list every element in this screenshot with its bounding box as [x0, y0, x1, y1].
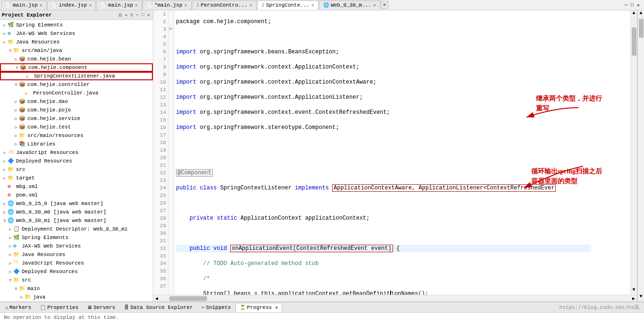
sidebar-item-src-main-java[interactable]: ▽ 📁 src/main/java	[0, 46, 153, 55]
tab-servers[interactable]: 🖥 Servers	[83, 303, 119, 312]
folder-icon8: 📁	[25, 294, 32, 300]
tab-icon-jsp3: 📄	[100, 2, 106, 8]
sidebar-item-jax-ws[interactable]: ▷ ⚙ JAX-WS Web Services	[0, 29, 153, 38]
expand-arrow: ▷	[13, 99, 19, 104]
sidebar-maximize-btn[interactable]: □	[141, 12, 145, 18]
sidebar-item-main[interactable]: ▽ 📁 main	[0, 284, 153, 293]
tab-main-jsp-2[interactable]: 📄 main.jsp ✕	[96, 0, 142, 10]
sidebar-minimize-btn[interactable]: —	[135, 12, 140, 18]
web-services-icon2: ⚙	[13, 243, 21, 249]
tab-label: index.jsp	[59, 2, 87, 8]
main-area: Project Explorer ⊟ ⇔ ▽ — □ ✕ ▷ 🌿 Spring …	[0, 10, 644, 301]
tab-overflow-btn[interactable]: »	[381, 1, 388, 9]
sidebar-item-spring-elements-2[interactable]: ▷ 🌿 Spring Elements	[0, 233, 153, 242]
editor-maximize-btn[interactable]: □	[629, 2, 635, 8]
sidebar-menu-btn[interactable]: ▽	[129, 12, 134, 18]
sidebar-item-mbg-xml[interactable]: ⚙ mbg.xml	[0, 182, 153, 191]
expand-arrow: ▷	[8, 261, 13, 266]
sidebar-item-src[interactable]: ▷ 📁 src	[0, 165, 153, 174]
scroll-right-btn[interactable]: ▶	[630, 296, 637, 301]
tab-close-btn3[interactable]: ✕	[135, 2, 138, 8]
servers-icon: 🖥	[87, 305, 92, 310]
tab-close-btn5[interactable]: ✕	[250, 2, 252, 8]
right-overview-panel: ▲ ▼	[637, 10, 644, 301]
tab-label: SpringConte...	[266, 2, 309, 8]
sidebar-item-com-hejie-bean[interactable]: ▷ 📦 com.hejie.bean	[0, 55, 153, 63]
collapse-all-btn[interactable]: ⊟	[118, 12, 123, 18]
sidebar-item-com-hejie-dao[interactable]: ▷ 📦 com.hejie.dao	[0, 97, 153, 106]
sidebar-item-deployed-resources-2[interactable]: ▷ 🔷 Deployed Resources	[0, 267, 153, 276]
scroll-up-btn[interactable]: ▲	[632, 10, 635, 18]
sidebar-item-web-9-30-m0[interactable]: ▷ 🌐 Web_9_30_m0 [java web master]	[0, 208, 153, 216]
sidebar-item-spring-elements[interactable]: ▷ 🌿 Spring Elements	[0, 21, 153, 29]
sidebar-item-java[interactable]: ▷ 📁 java	[0, 293, 153, 301]
editor-close-btn[interactable]: ✕	[636, 2, 641, 8]
sidebar-item-deployed-resources[interactable]: ▷ 🔷 Deployed Resources	[0, 157, 153, 165]
sidebar-item-person-controller[interactable]: ☕ PersonController.java	[0, 89, 153, 97]
bottom-tab-label: Properties	[47, 305, 78, 310]
code-content-area[interactable]: 1 2 3 4 5 6 7 8 9 10 11 12 13 14 15 16 1	[153, 10, 637, 295]
properties-icon: 📋	[40, 305, 46, 310]
tab-main-jsp-modified[interactable]: 📄 *main.jsp ✕	[142, 0, 191, 10]
tab-web-9-30[interactable]: 🌐 Web_9_30_m... ✕	[319, 0, 380, 10]
sidebar-item-jax-ws-2[interactable]: ▷ ⚙ JAX-WS Web Services	[0, 242, 153, 250]
tab-main-jsp-1[interactable]: 📄 main.jsp ✕	[1, 0, 47, 10]
vertical-scrollbar[interactable]: ▲ ▼	[630, 10, 637, 295]
sidebar-item-com-hejie-service[interactable]: ▷ 📦 com.hejie.service	[0, 114, 153, 123]
link-with-editor-btn[interactable]: ⇔	[124, 12, 128, 18]
tab-spring-context-listener[interactable]: J SpringConte... ✕	[257, 0, 318, 10]
tab-icon-jsp: 📄	[5, 2, 11, 8]
sidebar-item-web-9-25-0[interactable]: ▷ 🌐 Web_9_25_0 [java web master]	[0, 199, 153, 208]
tab-data-source-explorer[interactable]: 🗄 Data Source Explorer	[120, 303, 197, 312]
sidebar-item-js-resources[interactable]: ▷ JS JavaScript Resources	[0, 148, 153, 157]
tab-label: Web_9_30_m...	[331, 2, 371, 8]
tab-close-btn7[interactable]: ✕	[373, 2, 376, 8]
right-scroll-down[interactable]: ▼	[638, 294, 644, 301]
folder-icon4: 📁	[8, 175, 15, 181]
bottom-tab-label: Servers	[93, 305, 115, 310]
sidebar-item-com-hejie-test[interactable]: ▷ 📦 com.hejie.test	[0, 123, 153, 131]
right-scroll-up[interactable]: ▲	[638, 10, 644, 18]
sidebar-item-src-2[interactable]: ▽ 📁 src	[0, 276, 153, 284]
xml-icon: ⚙	[8, 183, 15, 190]
package-icon: 📦	[19, 98, 26, 105]
scroll-thumb[interactable]	[632, 27, 636, 56]
sidebar-item-target[interactable]: ▷ 📁 target	[0, 174, 153, 182]
tab-snippets[interactable]: ✂ Snippets	[198, 303, 235, 312]
scroll-down-btn[interactable]: ▼	[632, 287, 635, 295]
tab-progress[interactable]: ⏳ Progress ✕	[235, 303, 282, 312]
app-container: 📄 main.jsp ✕ 📄 index.jsp ✕ 📄 main.jsp ✕ …	[0, 0, 644, 325]
deploy-icon: 🔷	[8, 158, 15, 164]
tab-properties[interactable]: 📋 Properties	[36, 303, 83, 312]
bottom-tab-label: Progress	[247, 305, 272, 310]
sidebar-item-com-hejie-component[interactable]: ▽ 📦 com.hejie.component	[0, 63, 153, 72]
sidebar-item-pom-xml[interactable]: ⚙ pom.xml	[0, 191, 153, 199]
sidebar-item-libraries[interactable]: ▷ 📚 Libraries	[0, 140, 153, 148]
tab-close-btn4[interactable]: ✕	[184, 2, 187, 8]
sidebar-item-deployment-descriptor[interactable]: ▷ 📋 Deployment Descriptor: Web_9_30_m1	[0, 225, 153, 233]
tab-close-btn[interactable]: ✕	[40, 2, 42, 8]
tab-close-btn6[interactable]: ✕	[311, 2, 314, 8]
scroll-left-btn[interactable]: ◀	[153, 296, 160, 301]
tab-close-progress[interactable]: ✕	[275, 305, 278, 310]
sidebar-item-web-9-30-m1[interactable]: ▽ 🌐 Web_9_30_m1 [java web master]	[0, 216, 153, 225]
sidebar-item-com-hejie-pojo[interactable]: ▷ 📦 com.hejie.pojo	[0, 106, 153, 114]
sidebar-item-java-resources-2[interactable]: ▷ 📁 Java Resources	[0, 250, 153, 259]
expand-arrow: ▷	[2, 210, 8, 215]
tab-close-btn2[interactable]: ✕	[89, 2, 92, 8]
sidebar-item-java-resources[interactable]: ▷ 📁 Java Resources	[0, 38, 153, 46]
xml-icon2: ⚙	[8, 192, 15, 198]
sidebar-item-spring-context-listener[interactable]: ☕ SpringContextListener.java	[0, 72, 153, 80]
code-text[interactable]: package com.hejie.component; import org.…	[168, 10, 593, 295]
sidebar-item-com-hejie-controller[interactable]: ▽ 📦 com.hejie.controller	[0, 80, 153, 89]
tab-markers[interactable]: ⚠ Markers	[1, 303, 35, 312]
sidebar-close-btn[interactable]: ✕	[146, 12, 151, 18]
h-scroll-thumb[interactable]	[169, 296, 207, 301]
sidebar-item-src-main-resources[interactable]: ▷ 📁 src/main/resources	[0, 131, 153, 140]
horizontal-scrollbar[interactable]: ◀ ▶	[153, 295, 637, 301]
editor-minimize-btn[interactable]: —	[623, 2, 629, 8]
tab-person-controller[interactable]: J PersonContro... ✕	[192, 0, 257, 10]
overview-thumb[interactable]	[639, 19, 644, 38]
sidebar-item-js-resources-2[interactable]: ▷ JS JavaScript Resources	[0, 259, 153, 267]
tab-index-jsp[interactable]: 📄 index.jsp ✕	[47, 0, 96, 10]
